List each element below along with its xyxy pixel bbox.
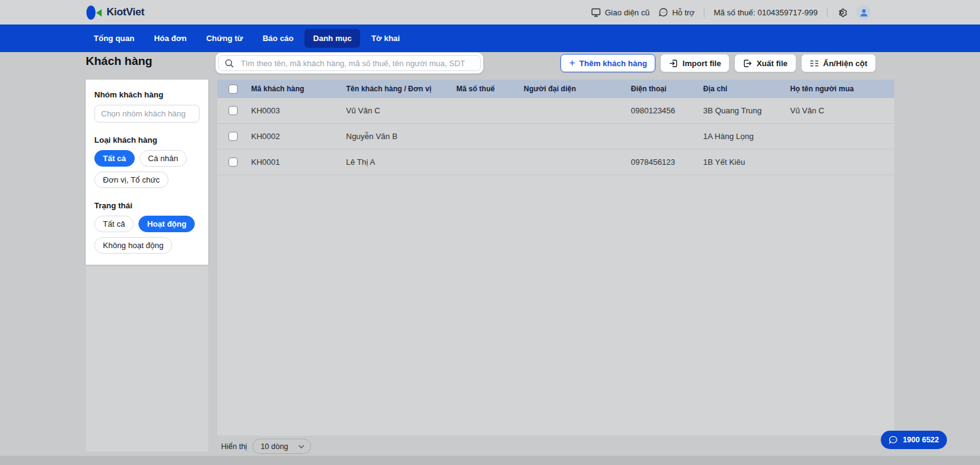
row-checkbox[interactable] xyxy=(228,132,238,141)
hotline-button[interactable]: 1900 6522 xyxy=(881,431,947,449)
table-header: Mã khách hàngTên khách hàng / Đơn vịMã s… xyxy=(217,80,894,98)
row-checkbox[interactable] xyxy=(228,157,238,167)
filter-pill[interactable]: Hoạt động xyxy=(138,216,195,232)
hotline-number: 1900 6522 xyxy=(903,436,939,444)
export-file-button[interactable]: Xuất file xyxy=(734,54,796,72)
filter-card: Nhóm khách hàng Loại khách hàng Tất cảCá… xyxy=(86,80,208,265)
filter-pill[interactable]: Cá nhân xyxy=(140,150,187,167)
filter-pill[interactable]: Tất cả xyxy=(94,216,134,232)
divider xyxy=(704,7,704,17)
cell-code: KH0001 xyxy=(251,157,346,167)
filter-pill[interactable]: Tất cả xyxy=(94,150,135,167)
column-header: Mã số thuế xyxy=(456,85,524,93)
filter-pill[interactable]: Không hoạt động xyxy=(94,237,172,254)
import-icon xyxy=(669,59,678,68)
bottom-strip xyxy=(0,456,980,465)
person-icon xyxy=(859,8,869,17)
table-footer: Hiển thị 10 dòng xyxy=(221,439,311,454)
show-label: Hiển thị xyxy=(221,442,247,451)
topbar: KiotViet Giao diện cũ Hỗ trợ xyxy=(0,0,980,25)
cell-phone: 0980123456 xyxy=(631,106,703,115)
settings-button[interactable] xyxy=(837,7,847,18)
filter-sidebar: Nhóm khách hàng Loại khách hàng Tất cảCá… xyxy=(86,80,208,452)
table-row[interactable]: KH0002Nguyễn Văn B1A Hàng Lọng xyxy=(217,124,894,149)
nav-item-5[interactable]: Tờ khai xyxy=(363,29,409,48)
column-header: Tên khách hàng / Đơn vị xyxy=(346,85,456,93)
add-customer-button[interactable]: + Thêm khách hàng xyxy=(560,54,655,72)
import-file-button[interactable]: Import file xyxy=(660,54,729,72)
old-interface-link[interactable]: Giao diện cũ xyxy=(591,8,649,17)
main-nav: Tổng quanHóa đơnChứng từBáo cáoDanh mụcT… xyxy=(0,25,980,52)
nav-item-0[interactable]: Tổng quan xyxy=(85,29,143,48)
column-header: Mã khách hàng xyxy=(251,85,346,93)
cell-name: Vũ Văn C xyxy=(346,106,456,115)
nav-item-4[interactable]: Danh mục xyxy=(304,29,360,48)
brand[interactable]: KiotViet xyxy=(86,0,145,25)
cell-name: Lê Thị A xyxy=(346,157,456,167)
support-link[interactable]: Hỗ trợ xyxy=(658,7,695,17)
tax-code-text: Mã số thuế: 0104359717-999 xyxy=(714,8,818,17)
monitor-icon xyxy=(591,8,601,17)
select-all-checkbox[interactable] xyxy=(228,85,238,94)
help-chat-icon xyxy=(658,7,668,17)
plus-icon: + xyxy=(569,58,575,68)
action-buttons: + Thêm khách hàng Import file Xuất file xyxy=(560,54,876,72)
customer-type-pills: Tất cảCá nhânĐơn vị, Tổ chức xyxy=(94,150,200,188)
cell-code: KH0003 xyxy=(251,106,346,115)
table-row[interactable]: KH0003Vũ Văn C09801234563B Quang TrungVũ… xyxy=(217,98,894,124)
old-interface-label: Giao diện cũ xyxy=(605,8,649,17)
cell-address: 1A Hàng Lọng xyxy=(703,132,790,141)
page-title: Khách hàng xyxy=(86,55,153,68)
cell-buyer: Vũ Văn C xyxy=(790,106,894,115)
status-pills: Tất cảHoạt độngKhông hoạt động xyxy=(94,216,200,254)
search-icon xyxy=(225,59,234,68)
columns-icon xyxy=(810,59,819,67)
column-header: Địa chỉ xyxy=(703,85,790,93)
divider xyxy=(827,7,827,17)
column-header: Người đại diện xyxy=(524,85,631,93)
support-label: Hỗ trợ xyxy=(672,8,695,17)
column-header: Điện thoại xyxy=(631,85,703,93)
cell-code: KH0002 xyxy=(251,132,346,141)
cell-phone: 0978456123 xyxy=(631,157,703,167)
user-avatar[interactable] xyxy=(856,5,871,20)
kiotviet-logo-icon xyxy=(86,4,102,21)
nav-item-1[interactable]: Hóa đơn xyxy=(145,29,195,48)
search-bar xyxy=(216,53,483,74)
toggle-columns-button[interactable]: Ẩn/Hiện cột xyxy=(801,54,876,72)
status-label: Trạng thái xyxy=(94,201,200,210)
row-checkbox[interactable] xyxy=(228,106,238,115)
filter-pill[interactable]: Đơn vị, Tổ chức xyxy=(94,172,168,188)
nav-item-2[interactable]: Chứng từ xyxy=(198,29,252,48)
customer-group-select[interactable] xyxy=(94,105,200,123)
rows-per-page-select[interactable]: 10 dòng xyxy=(252,439,311,454)
chevron-down-icon xyxy=(298,445,304,448)
export-icon xyxy=(743,59,752,68)
customer-group-label: Nhóm khách hàng xyxy=(94,90,200,99)
nav-item-3[interactable]: Báo cáo xyxy=(254,29,303,48)
cell-address: 1B Yết Kiêu xyxy=(703,157,790,167)
cell-address: 3B Quang Trung xyxy=(703,106,790,115)
table-row[interactable]: KH0001Lê Thị A09784561231B Yết Kiêu xyxy=(217,149,894,175)
chat-bubble-icon xyxy=(889,436,898,444)
cell-name: Nguyễn Văn B xyxy=(346,132,456,141)
column-header: Họ tên người mua xyxy=(790,85,894,93)
brand-name: KiotViet xyxy=(107,6,145,18)
search-input[interactable] xyxy=(239,58,474,69)
customer-table: Mã khách hàngTên khách hàng / Đơn vịMã s… xyxy=(217,80,894,436)
gear-icon xyxy=(837,7,847,18)
customer-type-label: Loại khách hàng xyxy=(94,135,200,145)
